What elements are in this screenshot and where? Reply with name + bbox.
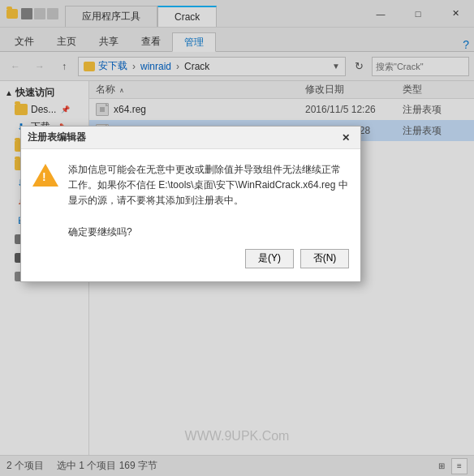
- registry-dialog: 注册表编辑器 ✕ 添加信息可能会在无意中更改或删除值并导致组件无法继续正常工作。…: [20, 126, 361, 282]
- dialog-question: 确定要继续吗?: [32, 225, 349, 239]
- dialog-buttons: 是(Y) 否(N): [32, 246, 349, 272]
- yes-button[interactable]: 是(Y): [245, 249, 294, 268]
- dialog-message: 添加信息可能会在无意中更改或删除值并导致组件无法继续正常工作。如果你不信任 E:…: [68, 162, 349, 209]
- warning-icon: [32, 162, 58, 188]
- no-button[interactable]: 否(N): [300, 249, 349, 268]
- dialog-body: 添加信息可能会在无意中更改或删除值并导致组件无法继续正常工作。如果你不信任 E:…: [21, 149, 360, 219]
- dialog-footer: 确定要继续吗? 是(Y) 否(N): [21, 219, 360, 281]
- dialog-close-button[interactable]: ✕: [338, 130, 354, 146]
- dialog-title-bar: 注册表编辑器 ✕: [21, 127, 360, 149]
- dialog-title: 注册表编辑器: [28, 131, 86, 144]
- dialog-overlay: 注册表编辑器 ✕ 添加信息可能会在无意中更改或删除值并导致组件无法继续正常工作。…: [0, 0, 474, 476]
